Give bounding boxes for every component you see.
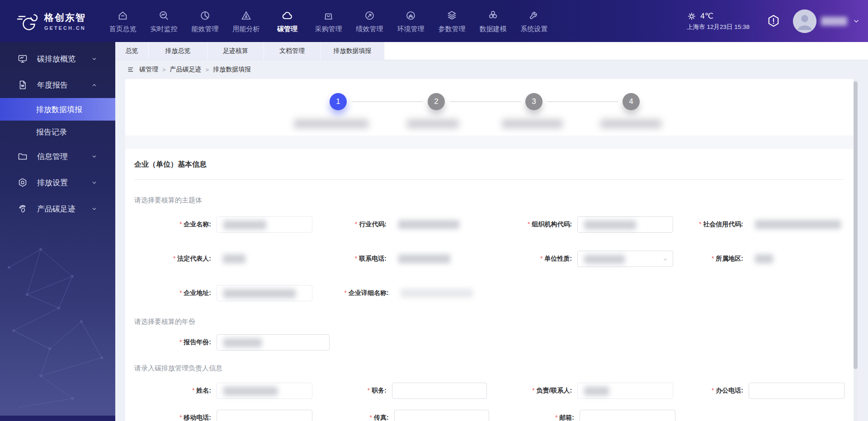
org-code-input[interactable] xyxy=(577,216,673,233)
sidebar-item-product-carbon-footprint[interactable]: 产品碳足迹 xyxy=(0,196,115,222)
phone-input[interactable] xyxy=(392,251,487,267)
fax-input[interactable] xyxy=(394,410,489,421)
step-connector xyxy=(352,101,423,102)
required-asterisk: * xyxy=(179,220,182,228)
field-label: 行业代码: xyxy=(359,220,387,228)
scrollbar-thumb[interactable] xyxy=(854,81,858,369)
blurred-value xyxy=(584,220,636,229)
nav-item-data-modeling[interactable]: 数据建模 xyxy=(472,9,514,33)
chevron-down-icon xyxy=(91,180,97,186)
industry-code-input[interactable] xyxy=(392,216,487,233)
stepper: 1 2 3 4 xyxy=(125,79,854,136)
energy-pie-icon xyxy=(199,9,211,22)
unit-type-select[interactable] xyxy=(577,251,673,267)
field-address: *企业地址: xyxy=(134,285,315,301)
field-label: 职务: xyxy=(372,387,387,394)
field-label: 企业详细名称: xyxy=(349,289,389,296)
notification-alert-icon[interactable] xyxy=(766,14,781,29)
company-name-input[interactable] xyxy=(217,216,312,233)
field-report-year: *报告年份: xyxy=(134,334,351,351)
sidebar-item-label: 信息管理 xyxy=(37,151,68,162)
nav-item-carbon[interactable]: 碳管理 xyxy=(267,9,308,33)
nav-item-realtime-monitor[interactable]: 实时监控 xyxy=(143,9,184,33)
mobile-input[interactable] xyxy=(217,410,312,421)
job-title-input[interactable] xyxy=(392,383,487,399)
nav-label: 实时监控 xyxy=(151,25,178,33)
nav-item-performance[interactable]: 绩效管理 xyxy=(349,9,390,33)
tab-overview[interactable]: 总览 xyxy=(115,42,149,60)
sidebar-item-info-management[interactable]: 信息管理 xyxy=(0,143,115,169)
sidebar-item-label: 排放数据填报 xyxy=(36,104,82,115)
carbon-cloud-icon xyxy=(281,9,293,22)
office-phone-input[interactable] xyxy=(749,383,844,399)
menu-collapse-icon[interactable] xyxy=(127,65,135,74)
credit-code-input[interactable] xyxy=(749,216,844,233)
breadcrumb-item[interactable]: 排放数据填报 xyxy=(213,65,251,74)
sidebar-subitem-emission-data-report[interactable]: 排放数据填报 xyxy=(0,98,115,121)
field-org-code: *组织机构代码: xyxy=(487,216,675,233)
blurred-value xyxy=(401,289,473,298)
required-asterisk: * xyxy=(179,414,182,421)
nav-item-parameters[interactable]: 参数管理 xyxy=(431,9,472,33)
realtime-monitor-icon xyxy=(158,9,170,22)
field-region: *所属地区: xyxy=(675,251,844,267)
field-legal-rep: *法定代表人: xyxy=(134,251,313,267)
tab-emission-data-report[interactable]: 排放数据填报 xyxy=(321,42,385,60)
nav-item-environment[interactable]: 环境管理 xyxy=(390,9,431,33)
nav-item-system-settings[interactable]: 系统设置 xyxy=(514,9,555,33)
region-input[interactable] xyxy=(749,251,844,267)
sidebar-subitem-report-records[interactable]: 报告记录 xyxy=(0,121,115,143)
step-2[interactable]: 2 xyxy=(428,93,445,110)
sidebar-item-annual-report[interactable]: 年度报告 xyxy=(0,72,115,98)
section-label-subject: 请选择要核算的主题体 xyxy=(134,196,844,205)
tab-document-management[interactable]: 文档管理 xyxy=(264,42,321,60)
tab-emission-overview[interactable]: 排放总览 xyxy=(149,42,208,60)
field-mobile: *移动电话: xyxy=(134,410,315,421)
step-1[interactable]: 1 xyxy=(330,93,347,110)
report-year-input[interactable] xyxy=(217,334,330,351)
sidebar-item-emission-settings[interactable]: 排放设置 xyxy=(0,169,115,196)
step-4[interactable]: 4 xyxy=(623,93,640,110)
step-label-blurred xyxy=(600,119,661,128)
nav-label: 参数管理 xyxy=(439,25,466,33)
energy-analysis-icon xyxy=(240,9,252,22)
step-label-blurred xyxy=(502,119,563,128)
field-phone: *联系电话: xyxy=(313,251,487,267)
blurred-value xyxy=(223,338,262,347)
section-band xyxy=(125,136,854,149)
nav-item-home[interactable]: 首页总览 xyxy=(102,9,143,33)
field-label: 负责/联系人: xyxy=(537,387,572,394)
step-3[interactable]: 3 xyxy=(525,93,542,110)
required-asterisk: * xyxy=(540,255,542,262)
breadcrumb-item[interactable]: 碳管理 xyxy=(139,65,158,74)
avatar[interactable] xyxy=(793,9,816,33)
contact-input[interactable] xyxy=(577,383,673,399)
app-logo: 格创东智 GETECH.CN xyxy=(16,11,102,32)
sidebar: 碳排放概览 年度报告 排放数据填报 报告记录 信息管理 排放设置 产品碳足迹 xyxy=(0,42,115,421)
tab-footprint-accounting[interactable]: 足迹核算 xyxy=(208,42,264,60)
field-office-phone: *办公电话: xyxy=(675,383,844,399)
blurred-value xyxy=(755,220,841,229)
nav-label: 能效管理 xyxy=(192,25,219,33)
nav-label: 系统设置 xyxy=(521,25,548,33)
chevron-down-icon[interactable] xyxy=(853,18,860,25)
name-input[interactable] xyxy=(217,383,312,399)
sidebar-item-carbon-overview[interactable]: 碳排放概览 xyxy=(0,46,115,72)
email-input[interactable] xyxy=(580,410,675,421)
nav-item-procurement[interactable]: 采购管理 xyxy=(308,9,349,33)
blurred-value xyxy=(584,255,625,264)
top-nav: 首页总览 实时监控 能效管理 用能分析 碳管理 采购管理 绩效管理 环境管理 xyxy=(102,9,555,33)
legal-rep-input[interactable] xyxy=(217,251,312,267)
step-number: 4 xyxy=(629,97,633,106)
required-asterisk: * xyxy=(532,387,534,394)
field-label: 社会信用代码: xyxy=(703,220,743,228)
nav-label: 绩效管理 xyxy=(356,25,383,33)
field-label: 所属地区: xyxy=(716,255,743,262)
address-input[interactable] xyxy=(217,285,312,301)
nav-item-energy-efficiency[interactable]: 能效管理 xyxy=(184,9,226,33)
company-fullname-input[interactable] xyxy=(394,285,489,301)
breadcrumb-item[interactable]: 产品碳足迹 xyxy=(170,65,202,74)
nav-item-energy-analysis[interactable]: 用能分析 xyxy=(226,9,267,33)
tab-label: 足迹核算 xyxy=(223,47,248,55)
required-asterisk: * xyxy=(699,220,701,228)
